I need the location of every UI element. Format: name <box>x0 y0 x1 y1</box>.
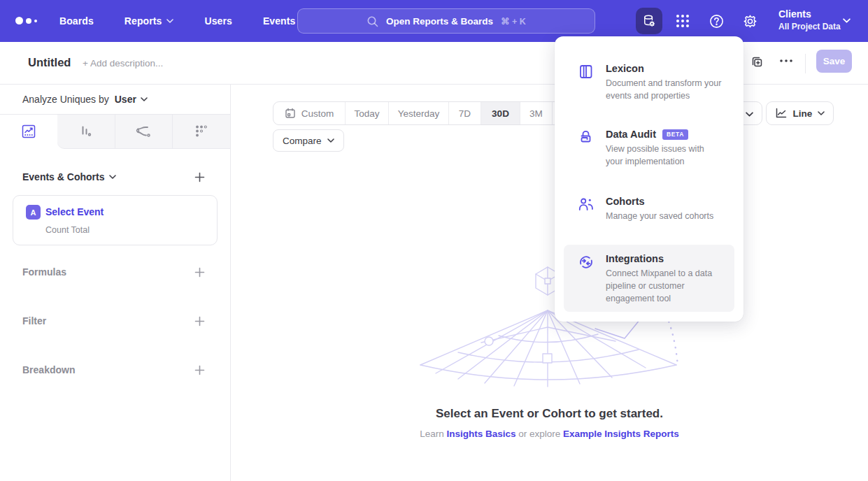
subtitle-prefix: Learn <box>420 429 444 439</box>
line-chart-icon <box>775 108 788 119</box>
cohorts-icon <box>578 196 595 212</box>
calendar-icon <box>285 108 296 119</box>
tab-insights[interactable] <box>0 115 57 149</box>
plus-icon <box>194 365 205 375</box>
integrations-icon <box>578 254 595 271</box>
more-options-button[interactable] <box>779 59 793 63</box>
tab-retention[interactable] <box>172 115 230 149</box>
add-formula-button[interactable] <box>194 267 205 278</box>
settings-button[interactable] <box>737 8 763 34</box>
top-navigation-bar: Boards Reports Users Events Open Reports… <box>0 0 868 42</box>
apps-grid-icon <box>675 13 690 29</box>
add-breakdown-button[interactable] <box>194 365 205 375</box>
menu-item-title: Integrations <box>606 253 664 264</box>
search-input[interactable]: Open Reports & Boards ⌘ + K <box>297 8 595 34</box>
gear-icon <box>742 13 758 29</box>
chevron-down-icon <box>141 97 148 101</box>
select-event-label[interactable]: Select Event <box>45 206 104 217</box>
duplicate-button[interactable] <box>750 55 764 69</box>
date-range-yesterday[interactable]: Yesterday <box>388 102 448 124</box>
help-button[interactable] <box>703 8 730 34</box>
save-button[interactable]: Save <box>816 50 852 73</box>
menu-item-title: Cohorts <box>606 196 645 207</box>
formulas-label: Formulas <box>22 266 66 278</box>
project-name: All Project Data <box>778 21 841 33</box>
events-cohorts-header: Events & Cohorts <box>22 171 205 182</box>
search-placeholder: Open Reports & Boards <box>386 16 493 27</box>
date-range-3m[interactable]: 3M <box>520 102 552 124</box>
chevron-down-icon <box>166 19 173 23</box>
compare-button[interactable]: Compare <box>273 129 344 152</box>
more-horizontal-icon <box>779 59 793 63</box>
add-description-field[interactable]: + Add description... <box>83 58 163 69</box>
primary-nav: Boards Reports Users Events <box>59 0 295 42</box>
menu-item-data-audit[interactable]: Data AuditBETA View possible issues with… <box>564 120 734 175</box>
plus-icon <box>194 316 205 326</box>
menu-item-description: Connect Mixpanel to a data pipeline or c… <box>606 267 723 305</box>
menu-item-description: Document and transform your events and p… <box>606 77 723 102</box>
search-icon <box>367 15 378 27</box>
chevron-down-icon <box>818 111 825 115</box>
event-card[interactable]: A Select Event Count Total <box>13 195 218 245</box>
menu-item-cohorts[interactable]: Cohorts Manage your saved cohorts <box>564 187 734 229</box>
add-event-button[interactable] <box>194 172 205 182</box>
event-series-badge: A <box>26 205 41 220</box>
org-name: Clients <box>778 8 841 21</box>
tab-funnels[interactable] <box>57 115 115 149</box>
data-management-button[interactable] <box>636 8 662 34</box>
add-filter-button[interactable] <box>194 316 205 326</box>
formulas-row: Formulas <box>22 265 205 279</box>
lexicon-icon <box>578 64 594 80</box>
nav-users[interactable]: Users <box>204 15 232 27</box>
analyze-by-dropdown[interactable]: User <box>115 94 148 105</box>
date-range-30d[interactable]: 30D <box>481 102 520 124</box>
events-cohorts-dropdown[interactable]: Events & Cohorts <box>22 171 116 182</box>
report-type-tabs <box>0 114 230 149</box>
chevron-down-icon <box>109 175 116 179</box>
mixpanel-logo[interactable] <box>15 17 37 24</box>
nav-boards[interactable]: Boards <box>59 15 94 27</box>
analyze-row: Analyze Uniques by User <box>0 85 230 114</box>
menu-item-title: Data Audit <box>606 129 656 140</box>
query-builder-sidebar: Analyze Uniques by User <box>0 85 231 481</box>
breakdown-row: Breakdown <box>22 363 205 377</box>
retention-grid-icon <box>194 124 209 139</box>
plus-icon <box>194 172 205 182</box>
menu-item-description: Manage your saved cohorts <box>606 210 723 222</box>
date-range-custom[interactable]: Custom <box>273 102 345 124</box>
flows-icon <box>135 124 152 139</box>
filter-label: Filter <box>22 315 46 326</box>
report-title[interactable]: Untitled <box>28 56 71 69</box>
empty-state-title: Select an Event or Cohort to get started… <box>231 407 868 421</box>
search-shortcut: ⌘ + K <box>501 16 526 27</box>
chevron-down-icon <box>327 138 334 143</box>
nav-events[interactable]: Events <box>263 15 296 27</box>
project-selector[interactable]: Clients All Project Data <box>778 8 841 33</box>
apps-grid-button[interactable] <box>669 8 696 34</box>
database-gear-icon <box>641 13 657 29</box>
chart-type-button[interactable]: Line <box>766 101 834 125</box>
example-reports-link[interactable]: Example Insights Reports <box>563 429 679 439</box>
beta-badge: BETA <box>662 129 688 140</box>
plus-icon <box>194 267 205 278</box>
empty-state-subtitle: Learn Insights Basics or explore Example… <box>231 429 868 439</box>
subtitle-middle: or explore <box>518 429 560 439</box>
date-range-7d[interactable]: 7D <box>448 102 481 124</box>
filter-row: Filter <box>22 314 205 328</box>
tab-flows[interactable] <box>115 115 173 149</box>
nav-reports[interactable]: Reports <box>124 15 174 27</box>
menu-item-lexicon[interactable]: Lexicon Document and transform your even… <box>564 55 734 109</box>
chevron-down-icon <box>746 112 753 117</box>
bar-chart-icon <box>78 124 94 139</box>
chevron-down-icon <box>843 18 851 23</box>
help-icon <box>709 13 725 29</box>
menu-item-integrations[interactable]: Integrations Connect Mixpanel to a data … <box>564 245 734 312</box>
count-total-label[interactable]: Count Total <box>45 225 90 235</box>
menu-item-description: View possible issues with your implement… <box>606 143 723 168</box>
menu-item-title: Lexicon <box>606 63 644 74</box>
date-range-today[interactable]: Today <box>345 102 388 124</box>
analyze-label: Analyze Uniques by <box>22 94 109 105</box>
date-range-control: Custom Today Yesterday 7D 30D 3M 6M <box>273 101 602 125</box>
insights-basics-link[interactable]: Insights Basics <box>446 429 515 439</box>
data-audit-icon <box>578 129 594 145</box>
